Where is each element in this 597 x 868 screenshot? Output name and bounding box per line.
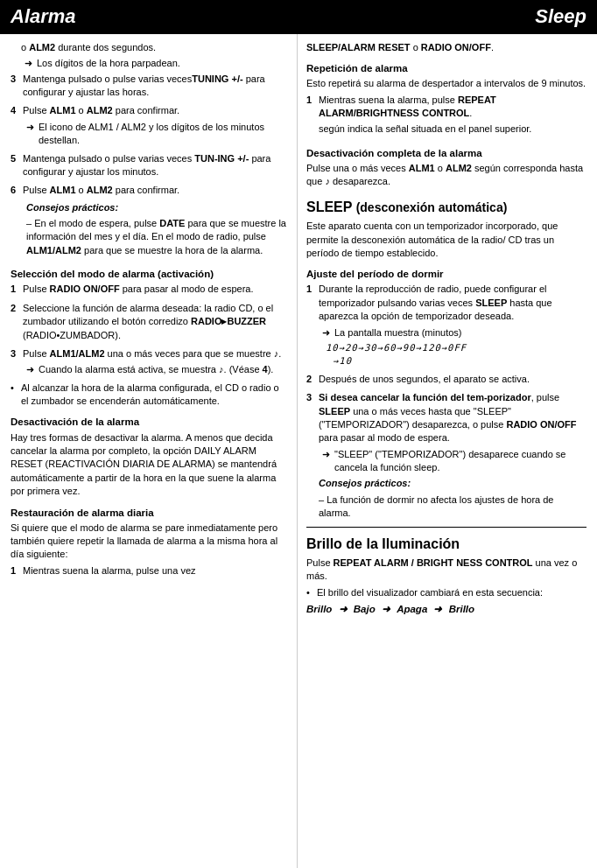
sleep-alarm-reset-text: SLEEP/ALARM RESET o RADIO ON/OFF. bbox=[306, 41, 586, 54]
consejos-sleep: Consejos prácticos: bbox=[319, 477, 586, 490]
rest-step-1: 1 Mientras suena la alarma, pulse una ve… bbox=[11, 564, 288, 580]
section-desactivacion: Desactivación de la alarma bbox=[11, 415, 288, 429]
brillo-bullet: • El brillo del visualizador cambiará en… bbox=[306, 586, 586, 599]
sel-step-1: 1 Pulse RADIO ON/OFF para pasar al modo … bbox=[11, 283, 288, 298]
steps-dormir: 1 Durante la reproducción de radio, pued… bbox=[306, 283, 586, 522]
brillo-word4: Brillo bbox=[449, 604, 474, 614]
step-alm2-intro: o ALM2 durante dos segundos. ➜ Los dígit… bbox=[21, 41, 288, 71]
alm2-text: o ALM2 durante dos segundos. bbox=[21, 41, 288, 54]
dormir-step-3: 3 Si desea cancelar la función del tem-p… bbox=[306, 391, 586, 523]
steps-list: 3 Mantenga pulsado o pulse varias vecesT… bbox=[11, 73, 288, 261]
section-repeticion: Repetición de alarma bbox=[306, 61, 586, 75]
brillo-word1: Brillo bbox=[306, 604, 332, 614]
consejos-sleep-text: – La función de dormir no afecta los aju… bbox=[319, 494, 586, 521]
col-right: SLEEP/ALARM RESET o RADIO ON/OFF. Repeti… bbox=[298, 34, 597, 868]
divider bbox=[306, 527, 586, 528]
steps-repeticion: 1 Mientras suena la alarma, pulse REPEAT… bbox=[306, 94, 586, 139]
header-bar: Alarma Sleep bbox=[0, 0, 597, 34]
col-left: o ALM2 durante dos segundos. ➜ Los dígit… bbox=[0, 34, 298, 868]
restauracion-text: Si quiere que el modo de alarma se pare … bbox=[11, 522, 288, 562]
bullet-list-sel: • Al alcanzar la hora de la alarma confi… bbox=[11, 382, 288, 409]
arrow-pantalla: ➜ La pantalla muestra (minutos) bbox=[322, 326, 586, 340]
desact-completa-text: Pulse una o más veces ALM1 o ALM2 según … bbox=[306, 162, 586, 189]
brillo-heading: Brillo de la Iluminación bbox=[306, 535, 586, 554]
step-6: 6 Pulse ALM1 o ALM2 para confirmar. Cons… bbox=[11, 184, 288, 260]
bullet-alcanzar: • Al alcanzar la hora de la alarma confi… bbox=[11, 382, 288, 409]
page: Alarma Sleep o ALM2 durante dos segundos… bbox=[0, 0, 597, 868]
brillo-desc: Pulse REPEAT ALARM / BRIGHT NESS CONTROL… bbox=[306, 556, 586, 584]
brillo-word2: Bajo bbox=[354, 604, 376, 614]
content-columns: o ALM2 durante dos segundos. ➜ Los dígit… bbox=[0, 34, 597, 868]
sleep-heading-block: SLEEP (desconexión automática) bbox=[306, 198, 586, 217]
sleep-heading: SLEEP (desconexión automática) bbox=[306, 200, 507, 214]
steps-restauracion: 1 Mientras suena la alarma, pulse una ve… bbox=[11, 564, 288, 580]
dormir-step-2: 2 Después de unos segundos, el aparato s… bbox=[306, 373, 586, 388]
sel-step-2: 2 Seleccione la función de alarma desead… bbox=[11, 302, 288, 345]
sleep-desc: Este aparato cuenta con un temporizador … bbox=[306, 220, 586, 260]
arrow-icon-alm: ➜ El icono de ALM1 / ALM2 y los dígitos … bbox=[26, 121, 288, 148]
desactivacion-text: Hay tres formas de desactivar la alarma.… bbox=[11, 431, 288, 499]
arrow-digits: ➜ Los dígitos de la hora parpadean. bbox=[25, 57, 288, 70]
section-desact-completa: Desactivación completa de la alarma bbox=[306, 146, 586, 160]
section-restauracion: Restauración de alarma diaria bbox=[11, 506, 288, 520]
brillo-bullet-list: • El brillo del visualizador cambiará en… bbox=[306, 586, 586, 599]
section-seleccion: Selección del modo de alarma (activación… bbox=[11, 267, 288, 281]
step-5: 5 Mantenga pulsado o pulse varias veces … bbox=[11, 152, 288, 182]
repeticion-text: Esto repetirá su alarma de despertador a… bbox=[306, 77, 586, 90]
arrow-alarma-activa: ➜ Cuando la alarma está activa, se muest… bbox=[26, 363, 288, 376]
dormir-step-1: 1 Durante la reproducción de radio, pued… bbox=[306, 283, 586, 369]
steps-seleccion: 1 Pulse RADIO ON/OFF para pasar al modo … bbox=[11, 283, 288, 378]
header-title-left: Alarma bbox=[11, 4, 76, 31]
step-3: 3 Mantenga pulsado o pulse varias vecesT… bbox=[11, 73, 288, 102]
brillo-formula: Brillo ➜ Bajo ➜ Apaga ➜ Brillo bbox=[306, 602, 586, 616]
brillo-word3: Apaga bbox=[397, 604, 427, 614]
sel-step-3: 3 Pulse ALM1/ALM2 una o más veces para q… bbox=[11, 347, 288, 379]
consejos-block: Consejos prácticos: – En el modo de espe… bbox=[26, 201, 288, 258]
rep-step-1: 1 Mientras suena la alarma, pulse REPEAT… bbox=[306, 94, 586, 139]
section-ajuste-dormir: Ajuste del período de dormir bbox=[306, 267, 586, 281]
sleep-formula: 10→20→30→60→90→120→0FF →10 bbox=[326, 341, 586, 368]
step-4: 4 Pulse ALM1 o ALM2 para confirmar. ➜ El… bbox=[11, 104, 288, 149]
header-title-right: Sleep bbox=[535, 4, 586, 31]
arrow-sleep-desaparece: ➜ "SLEEP" ("TEMPORIZADOR") desaparece cu… bbox=[322, 448, 586, 475]
